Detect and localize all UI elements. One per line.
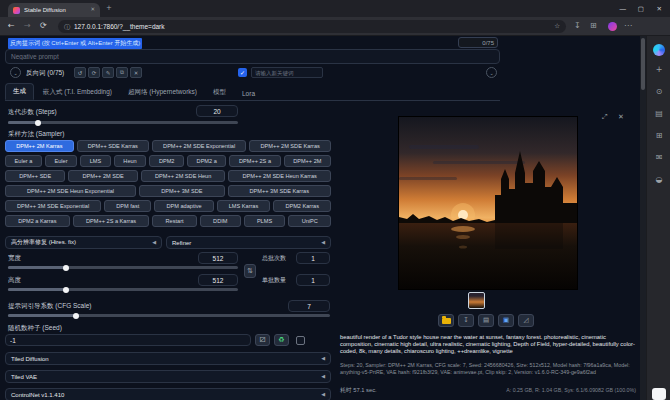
- open-folder-button[interactable]: [438, 314, 454, 327]
- site-info-icon[interactable]: ⓘ: [64, 24, 70, 30]
- sampler-option[interactable]: DPM++ 2S a: [229, 155, 280, 167]
- height-input[interactable]: [198, 274, 238, 286]
- tab-close-icon[interactable]: ✕: [90, 7, 95, 13]
- page-scrollbar-thumb[interactable]: [641, 38, 645, 90]
- sidebar-mail-icon[interactable]: ✉: [647, 154, 670, 162]
- sampler-option[interactable]: DPM adaptive: [154, 200, 213, 212]
- batch-size-input[interactable]: [296, 274, 330, 286]
- copy-icon[interactable]: ⧉: [116, 67, 128, 78]
- window-maximize-icon[interactable]: ▢: [638, 5, 644, 13]
- sampler-option[interactable]: DPM++ 2M SDE Heun: [141, 170, 226, 182]
- browser-menu-icon[interactable]: ⋯: [624, 22, 632, 30]
- back-icon[interactable]: ←: [8, 22, 15, 30]
- send-to-extras-button[interactable]: ◿: [518, 314, 534, 327]
- sampler-option[interactable]: DPM++ 2M Karras: [5, 140, 74, 152]
- browser-tab[interactable]: Stable Diffusion ✕: [8, 3, 100, 17]
- negative-prompt-input[interactable]: [5, 49, 500, 64]
- profile-avatar[interactable]: [608, 22, 617, 31]
- sampler-option[interactable]: DPM++ 3M SDE Karras: [228, 185, 331, 197]
- forward-icon[interactable]: →: [24, 22, 31, 30]
- refresh-icon[interactable]: ⟳: [88, 67, 100, 78]
- keyword-collapse-icon[interactable]: ⌄: [10, 67, 21, 78]
- generated-image[interactable]: [398, 116, 578, 290]
- steps-input[interactable]: [196, 105, 238, 117]
- send-to-img2img-button[interactable]: ▣: [498, 314, 514, 327]
- sampler-option[interactable]: DPM++ 2S a Karras: [73, 215, 150, 227]
- cfg-input[interactable]: [288, 300, 330, 312]
- tab-embedding[interactable]: 嵌入式 (T.I. Embedding): [36, 85, 119, 100]
- close-image-icon[interactable]: ✕: [618, 114, 624, 121]
- sidebar-add-icon[interactable]: +: [647, 66, 670, 74]
- tiled-vae-accordion[interactable]: Tiled VAE◀: [5, 370, 331, 383]
- reload-icon[interactable]: ⟳: [40, 22, 47, 30]
- keyword-checkbox[interactable]: ✓: [238, 68, 247, 77]
- address-bar[interactable]: ⓘ 127.0.0.1:7860/?__theme=dark ☆: [58, 20, 566, 33]
- sampler-option[interactable]: DPM++ 2M SDE Heun Exponential: [5, 185, 136, 197]
- gallery-thumbnail[interactable]: [468, 292, 485, 309]
- panel-collapse-icon[interactable]: ⌄: [486, 67, 497, 78]
- sidebar-search-icon[interactable]: ⊙: [647, 88, 670, 96]
- tiled-diffusion-accordion[interactable]: Tiled Diffusion◀: [5, 352, 331, 365]
- sampler-option[interactable]: Restart: [152, 215, 197, 227]
- tab-checkpoints[interactable]: 模型: [206, 85, 233, 100]
- tab-hypernetworks[interactable]: 超网络 (Hypernetworks): [121, 85, 204, 100]
- page-scrollbar[interactable]: [640, 36, 646, 400]
- extensions-icon[interactable]: ⊞: [590, 22, 597, 30]
- keyword-input[interactable]: [251, 67, 323, 78]
- undo-icon[interactable]: ↺: [74, 67, 86, 78]
- clear-icon[interactable]: ✕: [130, 67, 142, 78]
- sidebar-shopping-icon[interactable]: ▤: [647, 110, 670, 118]
- sampler-option[interactable]: DPM++ 2M SDE: [68, 170, 138, 182]
- downloads-icon[interactable]: ↧: [574, 22, 581, 30]
- sampler-option[interactable]: DPM++ 3M SDE: [139, 185, 224, 197]
- random-seed-button[interactable]: ⚂: [255, 334, 270, 346]
- tab-lora[interactable]: Lora: [235, 87, 262, 100]
- width-slider[interactable]: [8, 266, 238, 269]
- fullscreen-icon[interactable]: ⤢: [602, 114, 608, 121]
- copilot-icon[interactable]: [653, 44, 665, 56]
- sampler-option[interactable]: DPM++ 3M SDE Exponential: [5, 200, 101, 212]
- sampler-option[interactable]: DPM++ 2M SDE Exponential: [152, 140, 246, 152]
- sampler-option[interactable]: Euler: [45, 155, 77, 167]
- width-input[interactable]: [198, 252, 238, 264]
- save-zip-button[interactable]: ▤: [478, 314, 494, 327]
- swap-dimensions-button[interactable]: ⇅: [244, 264, 256, 278]
- sampler-option[interactable]: LMS Karras: [217, 200, 271, 212]
- sampler-option[interactable]: DPM2: [149, 155, 184, 167]
- sampler-option[interactable]: DPM2 a Karras: [5, 215, 70, 227]
- sidebar-m365-icon[interactable]: ⊞: [647, 132, 670, 140]
- reuse-seed-button[interactable]: ♻: [274, 334, 289, 346]
- sampler-option[interactable]: DPM++ 2M: [284, 155, 331, 167]
- seed-extra-checkbox[interactable]: [296, 336, 305, 345]
- save-image-button[interactable]: ↧: [458, 314, 474, 327]
- url-text[interactable]: 127.0.0.1:7860/?__theme=dark: [74, 23, 550, 30]
- cfg-slider[interactable]: [8, 314, 330, 317]
- sampler-option[interactable]: DPM++ 2M SDE Heun Karras: [228, 170, 331, 182]
- sampler-option[interactable]: DPM++ 2M SDE Karras: [249, 140, 331, 152]
- sidebar-app-icon[interactable]: [652, 388, 666, 400]
- sampler-option[interactable]: PLMS: [244, 215, 286, 227]
- sampler-option[interactable]: Euler a: [5, 155, 42, 167]
- new-tab-icon[interactable]: +: [106, 5, 112, 12]
- seed-input[interactable]: [5, 334, 251, 346]
- edit-icon[interactable]: ✎: [102, 67, 114, 78]
- window-close-icon[interactable]: ✕: [657, 5, 662, 13]
- sampler-option[interactable]: UniPC: [288, 215, 331, 227]
- sampler-option[interactable]: DPM2 a: [187, 155, 226, 167]
- tab-generate[interactable]: 生成: [5, 83, 34, 100]
- sidebar-drop-icon[interactable]: ◒: [647, 176, 670, 184]
- favorite-star-icon[interactable]: ☆: [554, 23, 560, 30]
- refiner-accordion[interactable]: Refiner◀: [166, 236, 331, 249]
- steps-slider[interactable]: [8, 121, 238, 124]
- batch-count-input[interactable]: [296, 252, 330, 264]
- sampler-option[interactable]: DPM++ SDE Karras: [77, 140, 149, 152]
- controlnet-accordion[interactable]: ControlNet v1.1.410◀: [5, 388, 331, 400]
- sampler-option[interactable]: DPM2 Karras: [273, 200, 331, 212]
- sampler-option[interactable]: Heun: [114, 155, 147, 167]
- sampler-option[interactable]: LMS: [80, 155, 111, 167]
- window-minimize-icon[interactable]: —: [620, 5, 627, 12]
- height-slider[interactable]: [8, 288, 238, 291]
- hires-fix-accordion[interactable]: 高分辨率修复 (Hires. fix)◀: [5, 236, 162, 249]
- sampler-option[interactable]: DDIM: [200, 215, 241, 227]
- sampler-option[interactable]: DPM++ SDE: [5, 170, 65, 182]
